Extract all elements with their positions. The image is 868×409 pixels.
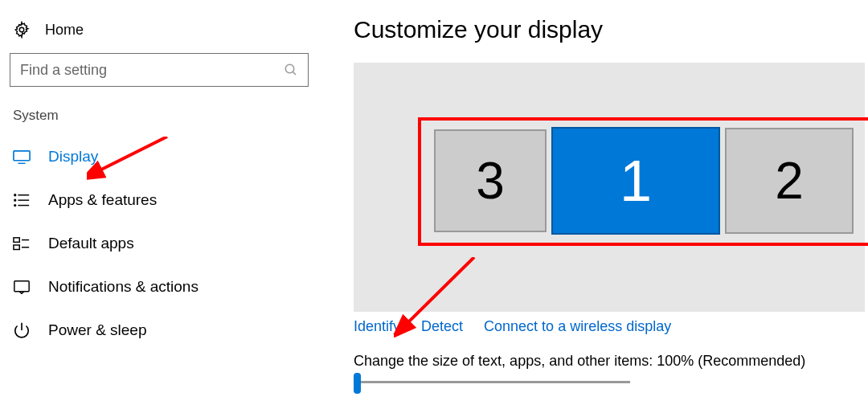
svg-point-7 xyxy=(14,199,16,201)
svg-point-1 xyxy=(285,64,294,73)
sidebar-item-label: Default apps xyxy=(48,235,134,252)
identify-link[interactable]: Identify xyxy=(354,318,400,335)
sidebar-item-label: Notifications & actions xyxy=(48,278,199,296)
default-apps-icon xyxy=(13,235,31,252)
scale-label: Change the size of text, apps, and other… xyxy=(354,353,865,370)
connect-wireless-link[interactable]: Connect to a wireless display xyxy=(484,318,671,335)
display-monitor-icon xyxy=(13,149,31,165)
notifications-icon xyxy=(13,279,31,295)
section-label: System xyxy=(6,87,305,135)
sidebar-item-apps-features[interactable]: Apps & features xyxy=(6,178,305,222)
svg-point-0 xyxy=(19,27,24,32)
svg-point-5 xyxy=(14,194,16,196)
svg-rect-15 xyxy=(14,281,29,292)
svg-rect-11 xyxy=(14,238,19,242)
gear-icon xyxy=(13,21,31,39)
sidebar-item-label: Apps & features xyxy=(48,191,157,209)
home-link[interactable]: Home xyxy=(6,16,305,53)
svg-rect-13 xyxy=(14,245,19,249)
scale-slider[interactable] xyxy=(354,381,630,383)
search-input[interactable] xyxy=(20,62,261,79)
detect-link[interactable]: Detect xyxy=(421,318,463,335)
display-arrangement-area[interactable]: 3 1 2 xyxy=(354,63,865,312)
search-icon xyxy=(284,63,298,77)
annotation-highlight-box xyxy=(418,117,868,246)
svg-rect-3 xyxy=(14,151,30,161)
sidebar-item-label: Display xyxy=(48,148,98,166)
search-box[interactable] xyxy=(10,53,309,87)
power-icon xyxy=(13,322,31,338)
sidebar-item-label: Power & sleep xyxy=(48,321,147,339)
page-title: Customize your display xyxy=(354,16,865,43)
sidebar-item-display[interactable]: Display xyxy=(6,135,305,178)
slider-thumb[interactable] xyxy=(354,373,361,394)
svg-line-2 xyxy=(293,72,296,75)
sidebar-item-default-apps[interactable]: Default apps xyxy=(6,222,305,265)
apps-list-icon xyxy=(13,192,31,208)
sidebar-item-notifications[interactable]: Notifications & actions xyxy=(6,265,305,309)
svg-point-9 xyxy=(14,204,16,206)
home-label: Home xyxy=(45,22,84,39)
sidebar-item-power-sleep[interactable]: Power & sleep xyxy=(6,309,305,352)
